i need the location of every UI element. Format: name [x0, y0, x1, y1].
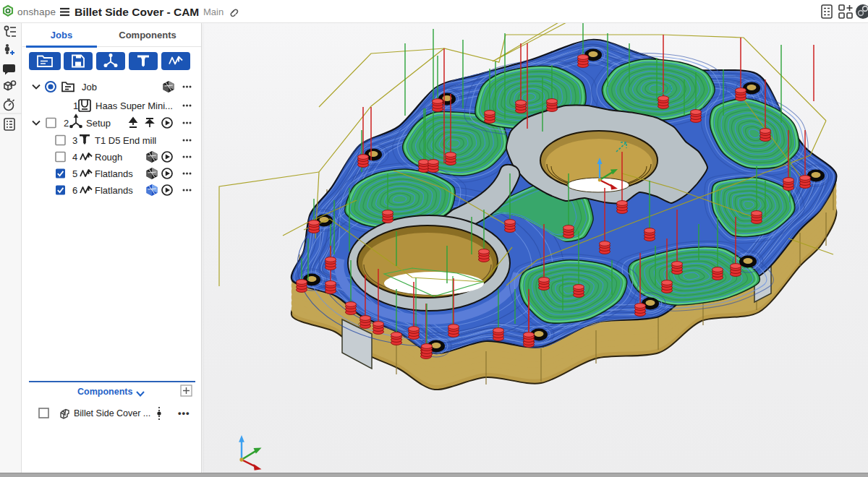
svg-text:3: 3: [72, 135, 77, 146]
svg-text:Flatlands: Flatlands: [95, 168, 133, 179]
svg-text:4: 4: [72, 152, 77, 163]
svg-text:1: 1: [73, 100, 78, 111]
svg-text:Billet Side Cover ...: Billet Side Cover ...: [74, 408, 150, 418]
svg-text:onshape: onshape: [17, 7, 56, 17]
svg-text:Flatlands: Flatlands: [95, 185, 133, 196]
svg-text:Rough: Rough: [95, 152, 122, 163]
svg-text:Job: Job: [82, 82, 97, 93]
svg-text:T1 D5 End mill: T1 D5 End mill: [95, 135, 156, 146]
svg-text:5: 5: [72, 168, 77, 179]
svg-text:6: 6: [72, 185, 77, 196]
svg-text:Main: Main: [203, 7, 224, 17]
svg-text:Setup: Setup: [86, 118, 111, 129]
svg-text:2: 2: [64, 118, 69, 129]
svg-text:•••: •••: [178, 408, 190, 418]
svg-text:Haas Super Mini...: Haas Super Mini...: [95, 100, 173, 111]
